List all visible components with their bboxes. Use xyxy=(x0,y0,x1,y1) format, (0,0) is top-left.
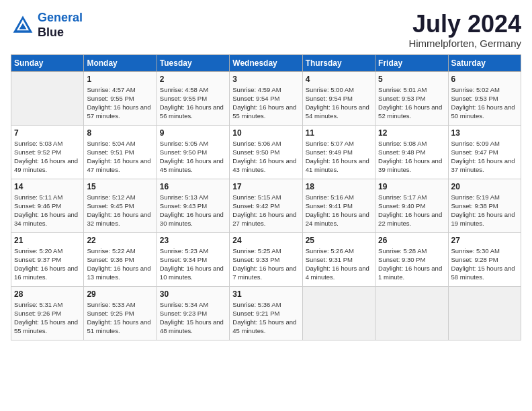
calendar-table: SundayMondayTuesdayWednesdayThursdayFrid… xyxy=(11,54,521,340)
day-info: Sunrise: 4:57 AM Sunset: 9:55 PM Dayligh… xyxy=(87,85,153,121)
calendar-cell xyxy=(375,286,448,340)
week-row-2: 7 Sunrise: 5:03 AM Sunset: 9:52 PM Dayli… xyxy=(11,125,521,179)
day-number: 25 xyxy=(306,236,372,245)
day-number: 27 xyxy=(451,236,518,245)
calendar-cell: 10 Sunrise: 5:06 AM Sunset: 9:50 PM Dayl… xyxy=(230,125,302,179)
day-info: Sunrise: 5:16 AM Sunset: 9:41 PM Dayligh… xyxy=(306,193,372,228)
day-number: 15 xyxy=(87,182,153,191)
day-number: 12 xyxy=(378,128,445,138)
week-row-3: 14 Sunrise: 5:11 AM Sunset: 9:46 PM Dayl… xyxy=(11,179,521,232)
weekday-header-saturday: Saturday xyxy=(448,54,521,71)
day-info: Sunrise: 5:30 AM Sunset: 9:28 PM Dayligh… xyxy=(451,246,518,282)
logo: General Blue xyxy=(11,11,83,40)
week-row-5: 28 Sunrise: 5:31 AM Sunset: 9:26 PM Dayl… xyxy=(11,286,521,340)
day-number: 21 xyxy=(14,236,81,245)
day-number: 4 xyxy=(306,75,372,84)
day-info: Sunrise: 4:59 AM Sunset: 9:54 PM Dayligh… xyxy=(232,85,299,121)
day-number: 14 xyxy=(14,182,81,191)
day-info: Sunrise: 5:07 AM Sunset: 9:49 PM Dayligh… xyxy=(306,139,372,175)
calendar-cell: 27 Sunrise: 5:30 AM Sunset: 9:28 PM Dayl… xyxy=(448,232,521,286)
day-info: Sunrise: 5:25 AM Sunset: 9:33 PM Dayligh… xyxy=(232,246,299,282)
day-number: 26 xyxy=(378,236,445,245)
day-number: 3 xyxy=(232,75,299,84)
calendar-cell: 22 Sunrise: 5:22 AM Sunset: 9:36 PM Dayl… xyxy=(84,232,157,286)
calendar-cell: 13 Sunrise: 5:09 AM Sunset: 9:47 PM Dayl… xyxy=(448,125,521,179)
calendar-cell: 8 Sunrise: 5:04 AM Sunset: 9:51 PM Dayli… xyxy=(84,125,157,179)
calendar-cell: 30 Sunrise: 5:34 AM Sunset: 9:23 PM Dayl… xyxy=(157,286,229,340)
calendar-cell xyxy=(448,286,521,340)
calendar-cell: 25 Sunrise: 5:26 AM Sunset: 9:31 PM Dayl… xyxy=(302,232,375,286)
calendar-cell: 12 Sunrise: 5:08 AM Sunset: 9:48 PM Dayl… xyxy=(375,125,448,179)
calendar-cell: 28 Sunrise: 5:31 AM Sunset: 9:26 PM Dayl… xyxy=(11,286,84,340)
day-info: Sunrise: 5:03 AM Sunset: 9:52 PM Dayligh… xyxy=(14,139,81,175)
calendar-cell: 16 Sunrise: 5:13 AM Sunset: 9:43 PM Dayl… xyxy=(157,179,229,232)
calendar-cell: 18 Sunrise: 5:16 AM Sunset: 9:41 PM Dayl… xyxy=(302,179,375,232)
day-number: 6 xyxy=(451,75,518,84)
day-number: 2 xyxy=(160,75,226,84)
day-info: Sunrise: 5:23 AM Sunset: 9:34 PM Dayligh… xyxy=(160,246,226,282)
day-number: 22 xyxy=(87,236,153,245)
day-info: Sunrise: 4:58 AM Sunset: 9:55 PM Dayligh… xyxy=(160,85,226,121)
logo-text: General Blue xyxy=(38,11,83,40)
day-number: 13 xyxy=(451,128,518,138)
weekday-header-thursday: Thursday xyxy=(302,54,375,71)
day-number: 23 xyxy=(160,236,226,245)
calendar-cell: 31 Sunrise: 5:36 AM Sunset: 9:21 PM Dayl… xyxy=(230,286,302,340)
day-number: 20 xyxy=(451,182,518,191)
calendar-cell: 19 Sunrise: 5:17 AM Sunset: 9:40 PM Dayl… xyxy=(375,179,448,232)
day-number: 24 xyxy=(232,236,299,245)
calendar-cell xyxy=(302,286,375,340)
calendar-cell: 21 Sunrise: 5:20 AM Sunset: 9:37 PM Dayl… xyxy=(11,232,84,286)
calendar-cell: 6 Sunrise: 5:02 AM Sunset: 9:53 PM Dayli… xyxy=(448,71,521,125)
day-info: Sunrise: 5:22 AM Sunset: 9:36 PM Dayligh… xyxy=(87,246,153,282)
calendar-cell: 11 Sunrise: 5:07 AM Sunset: 9:49 PM Dayl… xyxy=(302,125,375,179)
day-number: 10 xyxy=(232,128,299,138)
weekday-header-sunday: Sunday xyxy=(11,54,84,71)
day-number: 11 xyxy=(306,128,372,138)
day-info: Sunrise: 5:26 AM Sunset: 9:31 PM Dayligh… xyxy=(306,246,372,282)
calendar-cell: 29 Sunrise: 5:33 AM Sunset: 9:25 PM Dayl… xyxy=(84,286,157,340)
day-number: 7 xyxy=(14,128,81,138)
day-info: Sunrise: 5:28 AM Sunset: 9:30 PM Dayligh… xyxy=(378,246,445,282)
day-info: Sunrise: 5:36 AM Sunset: 9:21 PM Dayligh… xyxy=(232,300,299,336)
calendar-cell: 4 Sunrise: 5:00 AM Sunset: 9:54 PM Dayli… xyxy=(302,71,375,125)
calendar-cell: 3 Sunrise: 4:59 AM Sunset: 9:54 PM Dayli… xyxy=(230,71,302,125)
calendar-cell: 9 Sunrise: 5:05 AM Sunset: 9:50 PM Dayli… xyxy=(157,125,229,179)
day-info: Sunrise: 5:05 AM Sunset: 9:50 PM Dayligh… xyxy=(160,139,226,175)
weekday-header-wednesday: Wednesday xyxy=(230,54,302,71)
calendar-cell: 14 Sunrise: 5:11 AM Sunset: 9:46 PM Dayl… xyxy=(11,179,84,232)
calendar-cell xyxy=(11,71,84,125)
day-number: 28 xyxy=(14,289,81,299)
calendar-cell: 5 Sunrise: 5:01 AM Sunset: 9:53 PM Dayli… xyxy=(375,71,448,125)
calendar-cell: 7 Sunrise: 5:03 AM Sunset: 9:52 PM Dayli… xyxy=(11,125,84,179)
page-header: General Blue July 2024 Himmelpforten, Ge… xyxy=(11,11,521,49)
calendar-cell: 17 Sunrise: 5:15 AM Sunset: 9:42 PM Dayl… xyxy=(230,179,302,232)
weekday-header-friday: Friday xyxy=(375,54,448,71)
day-info: Sunrise: 5:01 AM Sunset: 9:53 PM Dayligh… xyxy=(378,85,445,121)
day-info: Sunrise: 5:19 AM Sunset: 9:38 PM Dayligh… xyxy=(451,193,518,228)
day-number: 18 xyxy=(306,182,372,191)
month-title: July 2024 xyxy=(408,11,521,38)
calendar-cell: 26 Sunrise: 5:28 AM Sunset: 9:30 PM Dayl… xyxy=(375,232,448,286)
day-number: 30 xyxy=(160,289,226,299)
day-info: Sunrise: 5:09 AM Sunset: 9:47 PM Dayligh… xyxy=(451,139,518,175)
day-number: 31 xyxy=(232,289,299,299)
day-info: Sunrise: 5:34 AM Sunset: 9:23 PM Dayligh… xyxy=(160,300,226,336)
title-block: July 2024 Himmelpforten, Germany xyxy=(408,11,521,49)
weekday-header-monday: Monday xyxy=(84,54,157,71)
day-info: Sunrise: 5:06 AM Sunset: 9:50 PM Dayligh… xyxy=(232,139,299,175)
day-number: 17 xyxy=(232,182,299,191)
logo-icon xyxy=(11,13,35,38)
day-info: Sunrise: 5:04 AM Sunset: 9:51 PM Dayligh… xyxy=(87,139,153,175)
day-number: 8 xyxy=(87,128,153,138)
calendar-cell: 1 Sunrise: 4:57 AM Sunset: 9:55 PM Dayli… xyxy=(84,71,157,125)
day-info: Sunrise: 5:08 AM Sunset: 9:48 PM Dayligh… xyxy=(378,139,445,175)
day-info: Sunrise: 5:02 AM Sunset: 9:53 PM Dayligh… xyxy=(451,85,518,121)
day-info: Sunrise: 5:15 AM Sunset: 9:42 PM Dayligh… xyxy=(232,193,299,228)
day-info: Sunrise: 5:11 AM Sunset: 9:46 PM Dayligh… xyxy=(14,193,81,228)
day-number: 29 xyxy=(87,289,153,299)
calendar-cell: 15 Sunrise: 5:12 AM Sunset: 9:45 PM Dayl… xyxy=(84,179,157,232)
day-info: Sunrise: 5:00 AM Sunset: 9:54 PM Dayligh… xyxy=(306,85,372,121)
day-number: 16 xyxy=(160,182,226,191)
day-info: Sunrise: 5:13 AM Sunset: 9:43 PM Dayligh… xyxy=(160,193,226,228)
